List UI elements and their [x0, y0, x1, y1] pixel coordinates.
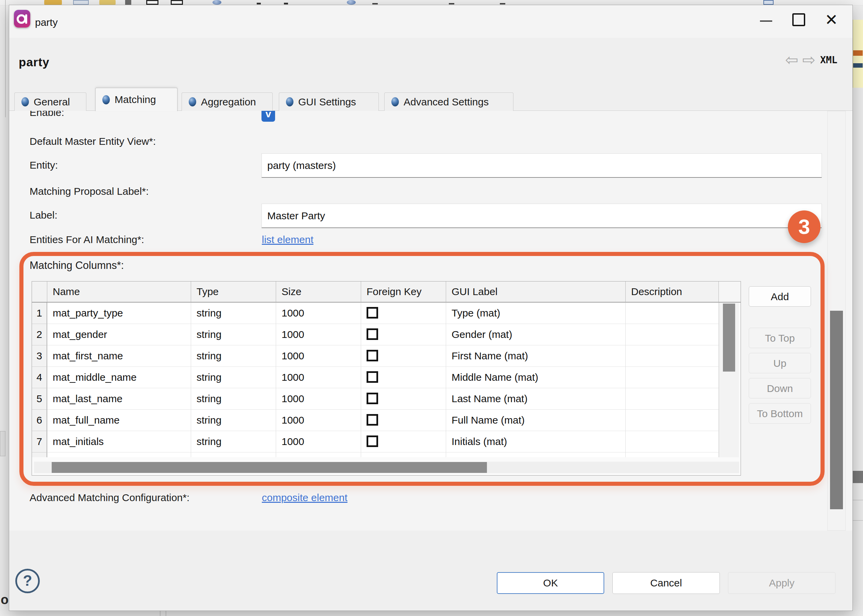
- cell-fk[interactable]: [361, 388, 446, 410]
- column-header-size[interactable]: Size: [276, 281, 361, 303]
- to-top-button[interactable]: To Top: [749, 328, 811, 348]
- cell-name[interactable]: mat_party_type: [47, 303, 191, 324]
- cell-fk[interactable]: [361, 431, 446, 453]
- cell-size[interactable]: 1000: [276, 431, 361, 453]
- table-vertical-scrollbar[interactable]: [719, 303, 739, 457]
- minimize-button[interactable]: [750, 9, 783, 30]
- cell-gui[interactable]: Gender (mat): [446, 324, 626, 346]
- cell-size[interactable]: 1000: [276, 388, 361, 410]
- cell-name[interactable]: mat_gender: [47, 324, 191, 346]
- add-button[interactable]: Add: [749, 286, 811, 306]
- cell-type[interactable]: string: [191, 431, 276, 453]
- cancel-button[interactable]: Cancel: [612, 572, 720, 594]
- foreign-key-checkbox[interactable]: [366, 435, 378, 447]
- cell-fk[interactable]: [361, 367, 446, 388]
- to-bottom-button[interactable]: To Bottom: [749, 403, 811, 424]
- tab-advanced-settings[interactable]: Advanced Settings: [384, 93, 514, 111]
- scrollbar-thumb[interactable]: [830, 311, 843, 509]
- down-button[interactable]: Down: [749, 378, 811, 398]
- composite-element-link[interactable]: composite element: [262, 492, 347, 503]
- column-header-type[interactable]: Type: [191, 281, 276, 303]
- row-number-cell[interactable]: 6: [32, 410, 47, 431]
- cell-type[interactable]: string: [191, 388, 276, 410]
- cell-gui[interactable]: Initials (mat): [446, 431, 626, 453]
- column-header-name[interactable]: Name: [47, 281, 191, 303]
- forward-icon[interactable]: ⇨: [802, 52, 816, 68]
- cell-fk[interactable]: [361, 324, 446, 346]
- row-number-cell[interactable]: 4: [32, 367, 47, 388]
- entity-input[interactable]: party (masters): [261, 153, 822, 178]
- foreign-key-checkbox[interactable]: [366, 393, 378, 404]
- table-row[interactable]: 5mat_last_namestring1000Last Name (mat): [32, 388, 719, 410]
- cell-fk[interactable]: [361, 303, 446, 324]
- table-horizontal-scrollbar[interactable]: [34, 462, 739, 473]
- titlebar[interactable]: party ✕: [9, 5, 852, 38]
- row-number-cell[interactable]: 1: [32, 303, 47, 324]
- table-row[interactable]: 1mat_party_typestring1000Type (mat): [32, 303, 719, 324]
- cell-size[interactable]: 1000: [276, 410, 361, 431]
- column-header-foreign-key[interactable]: Foreign Key: [361, 281, 446, 303]
- table-row[interactable]: 3mat_first_namestring1000First Name (mat…: [32, 346, 719, 367]
- table-row[interactable]: 4mat_middle_namestring1000Middle Name (m…: [32, 367, 719, 388]
- row-number-cell[interactable]: 7: [32, 431, 47, 453]
- cell-type[interactable]: string: [191, 367, 276, 388]
- cell-type[interactable]: string: [191, 346, 276, 367]
- cell-gui[interactable]: Full Name (mat): [446, 410, 626, 431]
- help-button[interactable]: ?: [15, 569, 40, 593]
- cell-size[interactable]: 1000: [276, 346, 361, 367]
- cell-desc[interactable]: [626, 410, 719, 431]
- maximize-button[interactable]: [783, 9, 815, 30]
- cell-type[interactable]: string: [191, 303, 276, 324]
- back-icon[interactable]: ⇦: [785, 52, 799, 68]
- scrollbar-thumb[interactable]: [52, 462, 487, 473]
- cell-gui[interactable]: Middle Name (mat): [446, 367, 626, 388]
- table-row[interactable]: 6mat_full_namestring1000Full Name (mat): [32, 410, 719, 431]
- cell-name[interactable]: mat_initials: [47, 431, 191, 453]
- cell-size[interactable]: 1000: [276, 367, 361, 388]
- cell-name[interactable]: mat_middle_name: [47, 367, 191, 388]
- dialog-vertical-scrollbar[interactable]: [827, 111, 846, 531]
- list-element-link[interactable]: list element: [262, 234, 313, 245]
- cell-fk[interactable]: [361, 410, 446, 431]
- tab-general[interactable]: General: [14, 93, 86, 111]
- foreign-key-checkbox[interactable]: [366, 307, 378, 319]
- cell-desc[interactable]: [626, 367, 719, 388]
- cell-fk[interactable]: [361, 346, 446, 367]
- table-row[interactable]: 7mat_initialsstring1000Initials (mat): [32, 431, 719, 453]
- scrollbar-thumb[interactable]: [723, 303, 735, 372]
- label-input[interactable]: Master Party: [261, 204, 822, 228]
- column-header-gui-label[interactable]: GUI Label: [446, 281, 626, 303]
- cell-type[interactable]: string: [191, 410, 276, 431]
- column-header-description[interactable]: Description: [626, 281, 719, 303]
- cell-gui[interactable]: First Name (mat): [446, 346, 626, 367]
- cell-name[interactable]: mat_full_name: [47, 410, 191, 431]
- ok-button[interactable]: OK: [497, 572, 604, 594]
- apply-button[interactable]: Apply: [728, 572, 835, 594]
- tab-matching[interactable]: Matching: [95, 88, 178, 111]
- xml-view-button[interactable]: XML: [820, 54, 838, 66]
- up-button[interactable]: Up: [749, 353, 811, 373]
- cell-desc[interactable]: [626, 388, 719, 410]
- cell-name[interactable]: mat_first_name: [47, 346, 191, 367]
- foreign-key-checkbox[interactable]: [366, 328, 378, 340]
- tab-gui-settings[interactable]: GUI Settings: [279, 93, 379, 111]
- row-number-cell[interactable]: 3: [32, 346, 47, 367]
- foreign-key-checkbox[interactable]: [366, 371, 378, 383]
- row-number-cell[interactable]: 2: [32, 324, 47, 346]
- table-row[interactable]: 2mat_genderstring1000Gender (mat): [32, 324, 719, 346]
- cell-gui[interactable]: Last Name (mat): [446, 388, 626, 410]
- row-number-cell[interactable]: 5: [32, 388, 47, 410]
- cell-size[interactable]: 1000: [276, 324, 361, 346]
- tab-aggregation[interactable]: Aggregation: [182, 93, 273, 111]
- cell-gui[interactable]: Type (mat): [446, 303, 626, 324]
- cell-type[interactable]: string: [191, 324, 276, 346]
- cell-desc[interactable]: [626, 324, 719, 346]
- cell-size[interactable]: 1000: [276, 303, 361, 324]
- cell-desc[interactable]: [626, 303, 719, 324]
- foreign-key-checkbox[interactable]: [366, 414, 378, 426]
- cell-name[interactable]: mat_last_name: [47, 388, 191, 410]
- enable-checkbox[interactable]: v: [261, 111, 275, 122]
- cell-desc[interactable]: [626, 431, 719, 453]
- close-button[interactable]: ✕: [815, 9, 848, 30]
- cell-desc[interactable]: [626, 346, 719, 367]
